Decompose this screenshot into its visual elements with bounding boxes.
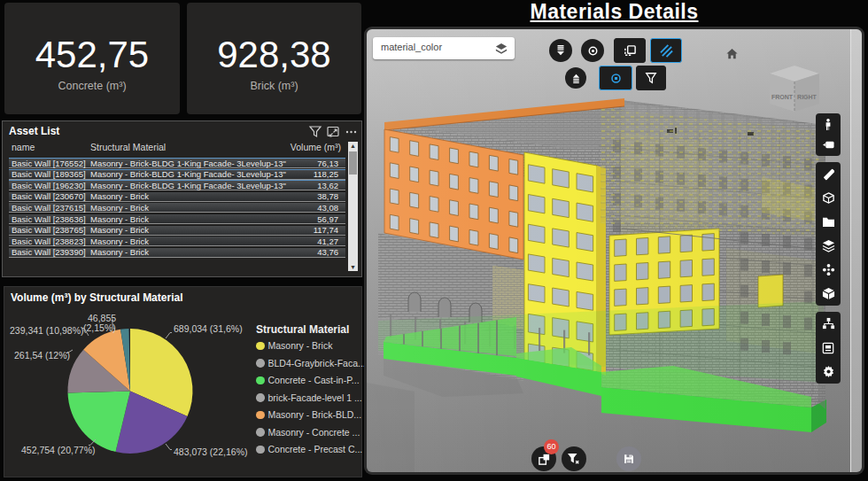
svg-text:FRONT: FRONT <box>771 94 794 100</box>
svg-text:RIGHT: RIGHT <box>797 94 818 100</box>
